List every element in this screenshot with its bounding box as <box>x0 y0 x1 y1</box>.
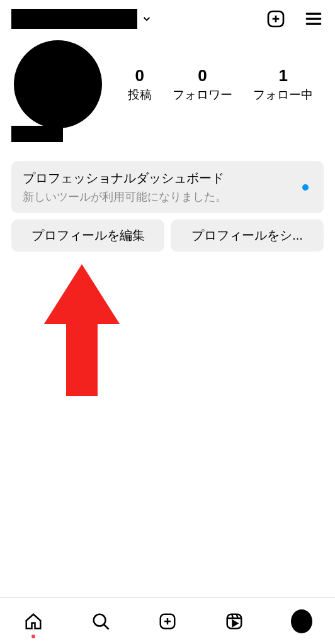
profile-action-row: プロフィールを編集 プロフィールをシ... <box>11 219 324 252</box>
profile-info-row: 0 投稿 0 フォロワー 1 フォロー中 <box>0 35 335 131</box>
followers-stat[interactable]: 0 フォロワー <box>173 66 232 103</box>
svg-point-7 <box>93 614 105 626</box>
following-count: 1 <box>253 66 313 86</box>
nav-create[interactable] <box>157 611 178 632</box>
home-icon <box>24 612 43 631</box>
nav-profile[interactable] <box>291 611 312 632</box>
nav-home[interactable] <box>23 611 44 632</box>
nav-search[interactable] <box>90 611 111 632</box>
create-icon <box>158 612 177 631</box>
profile-stats: 0 投稿 0 フォロワー 1 フォロー中 <box>117 66 324 103</box>
posts-label: 投稿 <box>128 87 152 103</box>
profile-header <box>0 0 335 35</box>
nav-reels[interactable] <box>224 611 245 632</box>
bottom-navigation <box>0 597 335 644</box>
svg-line-8 <box>104 625 109 630</box>
svg-marker-16 <box>233 620 238 626</box>
following-stat[interactable]: 1 フォロー中 <box>253 66 313 103</box>
home-notification-dot-icon <box>31 635 35 638</box>
followers-count: 0 <box>173 66 232 86</box>
dashboard-subtitle: 新しいツールが利用可能になりました。 <box>23 189 312 204</box>
annotation-arrow-icon <box>44 264 120 396</box>
svg-marker-6 <box>44 264 120 396</box>
posts-stat[interactable]: 0 投稿 <box>128 66 152 103</box>
followers-label: フォロワー <box>173 87 232 103</box>
posts-count: 0 <box>128 66 152 86</box>
create-post-icon[interactable] <box>266 9 286 29</box>
dashboard-title: プロフェッショナルダッシュボード <box>23 170 312 187</box>
chevron-down-icon <box>141 13 152 25</box>
notification-dot-icon <box>302 184 309 191</box>
reels-icon <box>225 612 244 631</box>
share-profile-button[interactable]: プロフィールをシ... <box>171 219 324 252</box>
menu-icon[interactable] <box>304 9 324 29</box>
username-redacted <box>11 9 137 29</box>
nav-avatar-icon <box>291 609 312 633</box>
header-actions <box>266 9 324 29</box>
search-icon <box>91 612 110 631</box>
username-dropdown[interactable] <box>11 9 152 29</box>
edit-profile-button[interactable]: プロフィールを編集 <box>11 219 164 252</box>
profile-avatar[interactable] <box>14 40 102 128</box>
following-label: フォロー中 <box>253 87 313 103</box>
professional-dashboard-card[interactable]: プロフェッショナルダッシュボード 新しいツールが利用可能になりました。 <box>11 161 324 213</box>
